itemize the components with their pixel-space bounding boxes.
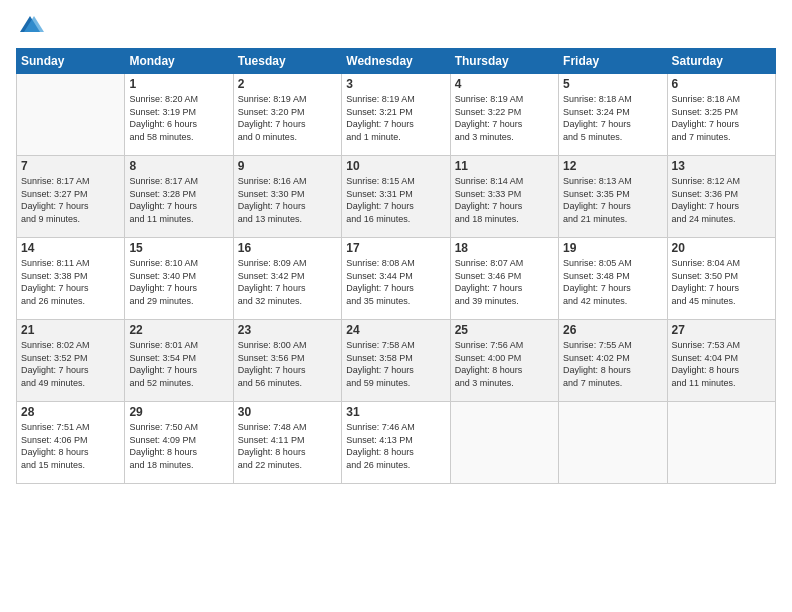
day-info: Sunrise: 8:09 AMSunset: 3:42 PMDaylight:… [238, 257, 337, 307]
col-header-saturday: Saturday [667, 49, 775, 74]
day-number: 29 [129, 405, 228, 419]
day-number: 13 [672, 159, 771, 173]
day-info: Sunrise: 8:19 AMSunset: 3:21 PMDaylight:… [346, 93, 445, 143]
col-header-friday: Friday [559, 49, 667, 74]
day-info: Sunrise: 7:50 AMSunset: 4:09 PMDaylight:… [129, 421, 228, 471]
day-info: Sunrise: 8:00 AMSunset: 3:56 PMDaylight:… [238, 339, 337, 389]
day-cell [450, 402, 558, 484]
day-number: 25 [455, 323, 554, 337]
day-cell: 28Sunrise: 7:51 AMSunset: 4:06 PMDayligh… [17, 402, 125, 484]
day-cell: 8Sunrise: 8:17 AMSunset: 3:28 PMDaylight… [125, 156, 233, 238]
day-cell: 26Sunrise: 7:55 AMSunset: 4:02 PMDayligh… [559, 320, 667, 402]
day-cell: 3Sunrise: 8:19 AMSunset: 3:21 PMDaylight… [342, 74, 450, 156]
day-number: 27 [672, 323, 771, 337]
day-cell [559, 402, 667, 484]
col-header-wednesday: Wednesday [342, 49, 450, 74]
day-info: Sunrise: 7:58 AMSunset: 3:58 PMDaylight:… [346, 339, 445, 389]
day-number: 19 [563, 241, 662, 255]
day-info: Sunrise: 8:07 AMSunset: 3:46 PMDaylight:… [455, 257, 554, 307]
day-cell: 7Sunrise: 8:17 AMSunset: 3:27 PMDaylight… [17, 156, 125, 238]
day-info: Sunrise: 8:01 AMSunset: 3:54 PMDaylight:… [129, 339, 228, 389]
day-number: 30 [238, 405, 337, 419]
day-cell: 19Sunrise: 8:05 AMSunset: 3:48 PMDayligh… [559, 238, 667, 320]
day-number: 2 [238, 77, 337, 91]
day-info: Sunrise: 8:15 AMSunset: 3:31 PMDaylight:… [346, 175, 445, 225]
day-info: Sunrise: 8:20 AMSunset: 3:19 PMDaylight:… [129, 93, 228, 143]
day-cell: 30Sunrise: 7:48 AMSunset: 4:11 PMDayligh… [233, 402, 341, 484]
day-cell [667, 402, 775, 484]
day-cell: 20Sunrise: 8:04 AMSunset: 3:50 PMDayligh… [667, 238, 775, 320]
day-number: 10 [346, 159, 445, 173]
day-number: 8 [129, 159, 228, 173]
day-cell: 11Sunrise: 8:14 AMSunset: 3:33 PMDayligh… [450, 156, 558, 238]
day-number: 1 [129, 77, 228, 91]
week-row-2: 7Sunrise: 8:17 AMSunset: 3:27 PMDaylight… [17, 156, 776, 238]
day-cell: 29Sunrise: 7:50 AMSunset: 4:09 PMDayligh… [125, 402, 233, 484]
day-info: Sunrise: 8:18 AMSunset: 3:25 PMDaylight:… [672, 93, 771, 143]
day-number: 28 [21, 405, 120, 419]
day-cell: 25Sunrise: 7:56 AMSunset: 4:00 PMDayligh… [450, 320, 558, 402]
day-number: 11 [455, 159, 554, 173]
day-cell: 24Sunrise: 7:58 AMSunset: 3:58 PMDayligh… [342, 320, 450, 402]
day-cell: 18Sunrise: 8:07 AMSunset: 3:46 PMDayligh… [450, 238, 558, 320]
day-info: Sunrise: 8:05 AMSunset: 3:48 PMDaylight:… [563, 257, 662, 307]
day-info: Sunrise: 8:16 AMSunset: 3:30 PMDaylight:… [238, 175, 337, 225]
day-number: 20 [672, 241, 771, 255]
day-number: 12 [563, 159, 662, 173]
day-cell: 23Sunrise: 8:00 AMSunset: 3:56 PMDayligh… [233, 320, 341, 402]
week-row-5: 28Sunrise: 7:51 AMSunset: 4:06 PMDayligh… [17, 402, 776, 484]
day-info: Sunrise: 8:11 AMSunset: 3:38 PMDaylight:… [21, 257, 120, 307]
week-row-1: 1Sunrise: 8:20 AMSunset: 3:19 PMDaylight… [17, 74, 776, 156]
day-number: 7 [21, 159, 120, 173]
day-number: 4 [455, 77, 554, 91]
day-number: 5 [563, 77, 662, 91]
day-info: Sunrise: 8:13 AMSunset: 3:35 PMDaylight:… [563, 175, 662, 225]
header [16, 12, 776, 40]
day-number: 3 [346, 77, 445, 91]
col-header-tuesday: Tuesday [233, 49, 341, 74]
day-cell: 2Sunrise: 8:19 AMSunset: 3:20 PMDaylight… [233, 74, 341, 156]
day-info: Sunrise: 7:51 AMSunset: 4:06 PMDaylight:… [21, 421, 120, 471]
day-info: Sunrise: 7:56 AMSunset: 4:00 PMDaylight:… [455, 339, 554, 389]
day-cell: 16Sunrise: 8:09 AMSunset: 3:42 PMDayligh… [233, 238, 341, 320]
day-cell: 17Sunrise: 8:08 AMSunset: 3:44 PMDayligh… [342, 238, 450, 320]
day-cell: 1Sunrise: 8:20 AMSunset: 3:19 PMDaylight… [125, 74, 233, 156]
day-info: Sunrise: 8:17 AMSunset: 3:28 PMDaylight:… [129, 175, 228, 225]
day-cell: 31Sunrise: 7:46 AMSunset: 4:13 PMDayligh… [342, 402, 450, 484]
day-number: 15 [129, 241, 228, 255]
day-number: 6 [672, 77, 771, 91]
logo-icon [16, 12, 44, 40]
day-number: 26 [563, 323, 662, 337]
header-row: SundayMondayTuesdayWednesdayThursdayFrid… [17, 49, 776, 74]
day-cell: 5Sunrise: 8:18 AMSunset: 3:24 PMDaylight… [559, 74, 667, 156]
day-number: 16 [238, 241, 337, 255]
col-header-sunday: Sunday [17, 49, 125, 74]
col-header-thursday: Thursday [450, 49, 558, 74]
day-info: Sunrise: 7:53 AMSunset: 4:04 PMDaylight:… [672, 339, 771, 389]
day-info: Sunrise: 8:19 AMSunset: 3:20 PMDaylight:… [238, 93, 337, 143]
day-info: Sunrise: 8:17 AMSunset: 3:27 PMDaylight:… [21, 175, 120, 225]
day-cell: 15Sunrise: 8:10 AMSunset: 3:40 PMDayligh… [125, 238, 233, 320]
page: SundayMondayTuesdayWednesdayThursdayFrid… [0, 0, 792, 612]
day-info: Sunrise: 8:10 AMSunset: 3:40 PMDaylight:… [129, 257, 228, 307]
day-info: Sunrise: 8:14 AMSunset: 3:33 PMDaylight:… [455, 175, 554, 225]
day-number: 31 [346, 405, 445, 419]
week-row-3: 14Sunrise: 8:11 AMSunset: 3:38 PMDayligh… [17, 238, 776, 320]
day-number: 23 [238, 323, 337, 337]
day-info: Sunrise: 7:55 AMSunset: 4:02 PMDaylight:… [563, 339, 662, 389]
day-number: 22 [129, 323, 228, 337]
day-cell: 6Sunrise: 8:18 AMSunset: 3:25 PMDaylight… [667, 74, 775, 156]
day-info: Sunrise: 8:12 AMSunset: 3:36 PMDaylight:… [672, 175, 771, 225]
day-cell [17, 74, 125, 156]
day-info: Sunrise: 8:08 AMSunset: 3:44 PMDaylight:… [346, 257, 445, 307]
day-number: 17 [346, 241, 445, 255]
calendar-table: SundayMondayTuesdayWednesdayThursdayFrid… [16, 48, 776, 484]
day-cell: 10Sunrise: 8:15 AMSunset: 3:31 PMDayligh… [342, 156, 450, 238]
week-row-4: 21Sunrise: 8:02 AMSunset: 3:52 PMDayligh… [17, 320, 776, 402]
day-info: Sunrise: 8:04 AMSunset: 3:50 PMDaylight:… [672, 257, 771, 307]
day-info: Sunrise: 7:46 AMSunset: 4:13 PMDaylight:… [346, 421, 445, 471]
day-cell: 9Sunrise: 8:16 AMSunset: 3:30 PMDaylight… [233, 156, 341, 238]
day-cell: 12Sunrise: 8:13 AMSunset: 3:35 PMDayligh… [559, 156, 667, 238]
day-cell: 4Sunrise: 8:19 AMSunset: 3:22 PMDaylight… [450, 74, 558, 156]
day-info: Sunrise: 7:48 AMSunset: 4:11 PMDaylight:… [238, 421, 337, 471]
